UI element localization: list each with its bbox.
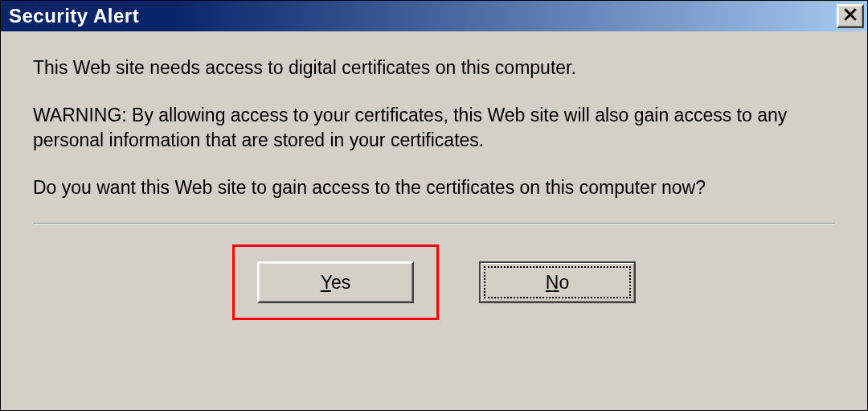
dialog-body: This Web site needs access to digital ce…	[1, 31, 867, 410]
no-button-label: No	[546, 270, 569, 295]
yes-button[interactable]: Yes	[257, 261, 414, 303]
message-line-2: WARNING: By allowing access to your cert…	[33, 103, 835, 153]
close-icon	[843, 7, 858, 25]
message-line-3: Do you want this Web site to gain access…	[33, 175, 835, 200]
message-line-1: This Web site needs access to digital ce…	[33, 55, 835, 80]
annotation-highlight-rect: Yes	[232, 245, 439, 320]
yes-button-label: Yes	[321, 270, 351, 295]
no-button[interactable]: No	[479, 261, 636, 303]
window-title: Security Alert	[9, 5, 139, 27]
button-row: Yes No	[33, 224, 835, 332]
security-alert-dialog: Security Alert This Web site needs acces…	[0, 0, 868, 411]
message-block: This Web site needs access to digital ce…	[33, 55, 835, 223]
titlebar: Security Alert	[1, 1, 867, 31]
close-button[interactable]	[837, 4, 864, 28]
